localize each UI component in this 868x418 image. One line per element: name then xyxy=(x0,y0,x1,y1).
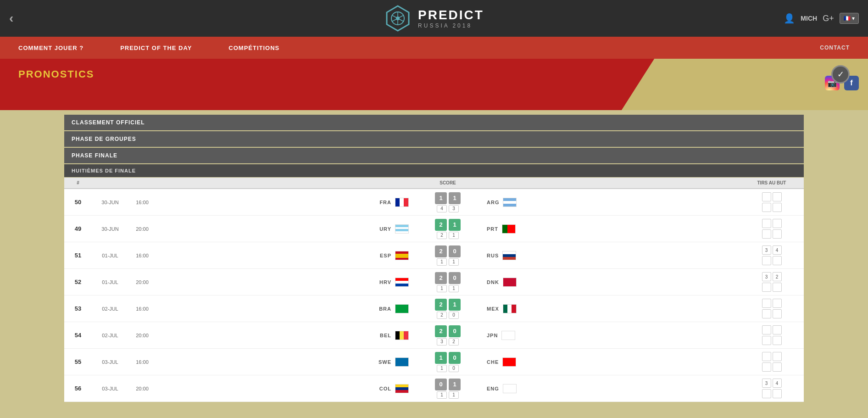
nav: COMMENT JOUER ? PREDICT OF THE DAY COMPÉ… xyxy=(0,37,868,90)
tirs-area[interactable] xyxy=(740,192,804,212)
tirs-area[interactable]: 3 2 xyxy=(740,272,804,292)
matches-list: 50 30-JUN 16:00 FRA 1 1 4 3 ARG xyxy=(64,189,804,402)
team-away: ARG xyxy=(482,198,740,207)
tirs-area[interactable] xyxy=(740,219,804,239)
table-row: 49 30-JUN 20:00 URY 2 1 2 1 PRT xyxy=(64,216,804,242)
table-row: 54 02-JUL 20:00 BEL 2 0 3 2 JPN xyxy=(64,322,804,349)
team-away: MEX xyxy=(482,304,740,313)
match-date: 30-JUN xyxy=(92,226,128,232)
tirs-area[interactable] xyxy=(740,352,804,372)
header: ‹ PREDICT RUSSIA 2018 👤 MICH G+ 🇫🇷 ▾ xyxy=(0,0,868,37)
section-phase-groupes[interactable]: PHASE DE GROUPES xyxy=(64,131,804,147)
score-area[interactable]: 2 1 2 0 xyxy=(413,299,482,319)
match-num: 53 xyxy=(64,305,92,312)
match-date: 03-JUL xyxy=(92,386,128,391)
score-area[interactable]: 2 0 1 1 xyxy=(413,245,482,266)
match-date: 30-JUN xyxy=(92,200,128,205)
table-headers: # SCORE TIRS AU BUT xyxy=(64,178,804,189)
tirs-area[interactable] xyxy=(740,325,804,345)
user-icon: 👤 xyxy=(784,13,795,24)
home-team-name: URY xyxy=(379,226,391,232)
match-date: 02-JUL xyxy=(92,333,128,338)
away-team-name: DNK xyxy=(487,279,499,285)
nav-bar: COMMENT JOUER ? PREDICT OF THE DAY COMPÉ… xyxy=(0,37,868,59)
logo-predict-text: PREDICT xyxy=(418,8,484,22)
score-area[interactable]: 1 1 4 3 xyxy=(413,192,482,212)
home-flag xyxy=(395,331,409,340)
away-flag xyxy=(502,251,516,260)
header-right: 👤 MICH G+ 🇫🇷 ▾ xyxy=(784,13,859,24)
nav-competitions[interactable]: COMPÉTITIONS xyxy=(228,45,279,51)
match-num: 56 xyxy=(64,385,92,392)
score-area[interactable]: 1 0 1 0 xyxy=(413,352,482,372)
logo: PREDICT RUSSIA 2018 xyxy=(384,5,484,32)
away-team-name: ARG xyxy=(487,200,499,205)
home-flag xyxy=(395,278,409,287)
col-score: SCORE xyxy=(413,180,482,185)
nav-comment[interactable]: COMMENT JOUER ? xyxy=(18,45,83,51)
score-area[interactable]: 2 0 3 2 xyxy=(413,325,482,346)
google-icon: G+ xyxy=(823,14,834,23)
away-flag xyxy=(501,331,515,340)
match-date: 03-JUL xyxy=(92,359,128,365)
match-time: 20:00 xyxy=(128,333,156,338)
back-button[interactable]: ‹ xyxy=(9,11,13,26)
match-num: 51 xyxy=(64,252,92,259)
away-flag xyxy=(502,224,516,234)
table-row: 55 03-JUL 16:00 SWE 1 0 1 0 CHE xyxy=(64,349,804,375)
table-row: 56 03-JUL 20:00 COL 0 1 1 1 ENG 3 4 xyxy=(64,375,804,402)
match-num: 49 xyxy=(64,225,92,232)
away-team-name: PRT xyxy=(487,226,498,232)
match-date: 01-JUL xyxy=(92,253,128,258)
page-title-row: PRONOSTICS ✓ xyxy=(0,59,868,90)
team-home: BEL xyxy=(156,331,413,340)
home-flag xyxy=(395,357,409,367)
tirs-area[interactable] xyxy=(740,299,804,318)
home-team-name: COL xyxy=(379,386,391,391)
away-flag xyxy=(503,384,517,393)
match-date: 01-JUL xyxy=(92,279,128,285)
team-home: HRV xyxy=(156,278,413,287)
team-home: COL xyxy=(156,384,413,393)
tirs-area[interactable]: 3 4 xyxy=(740,245,804,265)
table-row: 52 01-JUL 20:00 HRV 2 0 1 1 DNK 3 2 xyxy=(64,269,804,295)
team-home: BRA xyxy=(156,304,413,313)
score-area[interactable]: 2 0 1 1 xyxy=(413,272,482,292)
away-team-name: RUS xyxy=(487,253,499,258)
match-time: 16:00 xyxy=(128,306,156,312)
away-team-name: JPN xyxy=(487,333,498,338)
away-flag xyxy=(503,304,517,313)
logo-russia-text: RUSSIA 2018 xyxy=(418,22,484,29)
nav-contact[interactable]: CONTACT xyxy=(820,45,850,51)
home-team-name: ESP xyxy=(380,253,391,258)
home-flag xyxy=(395,251,409,260)
section-phase-finale[interactable]: PHASE FINALE xyxy=(64,148,804,163)
team-home: FRA xyxy=(156,198,413,207)
home-flag xyxy=(395,304,409,313)
tirs-area[interactable]: 3 4 xyxy=(740,379,804,398)
score-area[interactable]: 0 1 1 1 xyxy=(413,379,482,399)
check-button[interactable]: ✓ xyxy=(831,65,850,84)
match-num: 50 xyxy=(64,199,92,206)
match-num: 54 xyxy=(64,332,92,339)
nav-predict[interactable]: PREDICT OF THE DAY xyxy=(120,45,192,51)
away-team-name: ENG xyxy=(487,386,499,391)
match-num: 55 xyxy=(64,358,92,365)
hero-area: 📷 f COMMENT JOUER ? PREDICT OF THE DAY C… xyxy=(0,37,868,110)
score-area[interactable]: 2 1 2 1 xyxy=(413,219,482,239)
away-flag xyxy=(503,198,517,207)
svg-point-5 xyxy=(396,17,400,20)
match-time: 20:00 xyxy=(128,226,156,232)
home-flag xyxy=(395,198,409,207)
section-classement[interactable]: CLASSEMENT OFFICIEL xyxy=(64,115,804,130)
language-selector[interactable]: 🇫🇷 ▾ xyxy=(840,13,859,24)
team-away: CHE xyxy=(482,357,740,367)
home-flag xyxy=(395,224,409,234)
away-team-name: CHE xyxy=(487,359,499,365)
home-flag xyxy=(395,384,409,393)
match-time: 20:00 xyxy=(128,386,156,391)
match-date: 02-JUL xyxy=(92,306,128,312)
subsection-huitiemes: HUITIÈMES DE FINALE xyxy=(64,164,804,177)
table-row: 53 02-JUL 16:00 BRA 2 1 2 0 MEX xyxy=(64,295,804,322)
home-team-name: FRA xyxy=(379,200,391,205)
